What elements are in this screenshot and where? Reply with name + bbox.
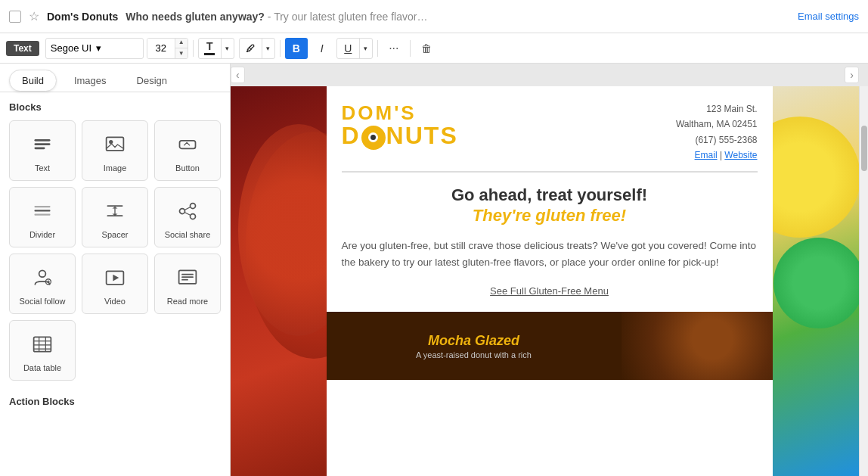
block-image[interactable]: Image	[82, 120, 148, 181]
toolbar-divider-3	[377, 40, 378, 57]
svg-line-15	[185, 207, 191, 210]
mocha-section: Mocha Glazed A yeast-raised donut with a…	[327, 312, 773, 380]
canvas-right-arrow[interactable]: ›	[845, 67, 859, 83]
svg-rect-24	[181, 274, 194, 275]
data-table-block-icon	[28, 330, 57, 359]
header-divider	[342, 171, 758, 173]
mocha-image	[622, 312, 773, 380]
text-color-button[interactable]: T	[199, 38, 222, 59]
block-divider[interactable]: Divider	[9, 187, 76, 247]
spacer-block-label: Spacer	[102, 230, 129, 239]
tab-design[interactable]: Design	[124, 70, 180, 92]
phone: (617) 555-2368	[676, 132, 758, 148]
font-family-value: Segoe UI	[51, 42, 93, 54]
block-video[interactable]: Video	[82, 254, 148, 314]
select-checkbox[interactable]	[9, 11, 21, 23]
svg-rect-7	[35, 210, 51, 211]
svg-rect-26	[181, 279, 188, 281]
email-canvas-area: ‹ ›	[231, 64, 868, 476]
font-size-input[interactable]	[147, 39, 175, 58]
social-share-block-label: Social share	[165, 230, 211, 239]
block-data-table[interactable]: Data table	[9, 320, 76, 381]
email-settings-link[interactable]: Email settings	[798, 11, 859, 22]
website-link[interactable]: Website	[724, 150, 757, 160]
block-social-share[interactable]: Social share	[154, 187, 221, 247]
email-title: Dom's Donuts	[47, 11, 118, 23]
toolbar-divider-1	[193, 40, 194, 57]
highlight-color-dropdown[interactable]: ▾	[262, 38, 274, 59]
video-block-label: Video	[104, 297, 126, 306]
delete-button[interactable]: 🗑	[415, 38, 438, 59]
block-spacer[interactable]: Spacer	[82, 187, 148, 247]
email-subject: Who needs gluten anyway? - Try our lates…	[126, 11, 790, 23]
more-options-button[interactable]: ···	[383, 38, 405, 59]
font-size-down[interactable]: ▼	[175, 48, 188, 59]
toolbar-divider-4	[410, 40, 411, 57]
left-panel-tabs: Build Images Design	[0, 64, 230, 92]
underline-button[interactable]: U	[337, 38, 360, 59]
data-table-block-label: Data table	[23, 363, 61, 372]
divider-block-icon	[28, 197, 57, 226]
font-size-group: ▲ ▼	[147, 38, 188, 59]
tab-build[interactable]: Build	[9, 70, 57, 92]
logo-donut-hole	[368, 132, 378, 142]
tab-images[interactable]: Images	[61, 70, 119, 92]
body-text-content: Are you gluten-free, but still crave tho…	[342, 240, 757, 268]
font-family-select[interactable]: Segoe UI ▾	[45, 38, 144, 59]
canvas-left-arrow[interactable]: ‹	[231, 67, 245, 83]
block-social-follow[interactable]: Social follow	[9, 254, 76, 314]
mocha-title: Mocha Glazed	[428, 333, 519, 349]
highlight-icon: 🖊	[246, 44, 255, 53]
address-line1: 123 Main St.	[676, 101, 758, 117]
mocha-desc: A yeast-raised donut with a rich	[416, 350, 532, 359]
svg-point-14	[191, 214, 196, 219]
contact-links: Email | Website	[676, 148, 758, 163]
block-button[interactable]: Button	[154, 120, 221, 181]
read-more-block-icon	[173, 263, 202, 292]
blocks-title: Blocks	[9, 101, 221, 113]
button-block-icon	[173, 130, 202, 159]
headline-main: Go ahead, treat yourself!	[342, 185, 758, 207]
email-link[interactable]: Email	[695, 150, 718, 160]
block-text[interactable]: Text	[9, 120, 76, 181]
bold-button[interactable]: B	[285, 38, 308, 59]
svg-line-16	[185, 213, 191, 216]
scrollbar-thumb[interactable]	[861, 126, 867, 171]
text-block-icon	[28, 130, 57, 159]
italic-button[interactable]: I	[311, 38, 333, 59]
text-color-icon: T	[206, 41, 213, 51]
cta-link[interactable]: See Full Gluten-Free Menu	[327, 278, 773, 312]
address-line2: Waltham, MA 02451	[676, 117, 758, 132]
text-color-group: T ▾	[198, 38, 234, 59]
left-panel: Build Images Design Blocks Text	[0, 64, 231, 476]
block-read-more[interactable]: Read more	[154, 254, 221, 314]
star-icon[interactable]: ☆	[29, 9, 39, 23]
svg-rect-0	[35, 139, 51, 142]
svg-marker-22	[113, 275, 119, 282]
svg-rect-9	[107, 205, 123, 207]
text-block-label: Text	[35, 163, 50, 173]
underline-dropdown[interactable]: ▾	[360, 38, 372, 59]
social-share-block-icon	[173, 197, 202, 226]
blocks-section: Blocks Text	[0, 92, 230, 390]
subject-suffix: - Try our latest gluten free flavor…	[265, 11, 428, 23]
svg-rect-25	[181, 276, 194, 278]
svg-point-17	[39, 270, 46, 277]
headline-section: Go ahead, treat yourself! They're gluten…	[327, 185, 773, 238]
font-size-arrows: ▲ ▼	[175, 38, 188, 59]
logo-donut-inner	[370, 135, 376, 140]
svg-rect-1	[35, 143, 51, 145]
highlight-color-group: 🖊 ▾	[239, 38, 275, 59]
main-content: Build Images Design Blocks Text	[0, 64, 868, 476]
chevron-down-icon: ▾	[96, 42, 138, 54]
logo-d: D	[342, 122, 361, 150]
subject-bold: Who needs gluten anyway?	[126, 11, 265, 23]
divider-block-label: Divider	[29, 230, 55, 239]
action-blocks-title: Action Blocks	[9, 396, 221, 407]
font-size-up[interactable]: ▲	[175, 38, 188, 48]
svg-point-13	[180, 209, 185, 214]
email-header: DOM'S D NUTS	[327, 86, 773, 171]
highlight-color-button[interactable]: 🖊	[240, 38, 262, 59]
text-color-dropdown[interactable]: ▾	[222, 38, 234, 59]
mocha-left: Mocha Glazed A yeast-raised donut with a…	[327, 312, 622, 380]
